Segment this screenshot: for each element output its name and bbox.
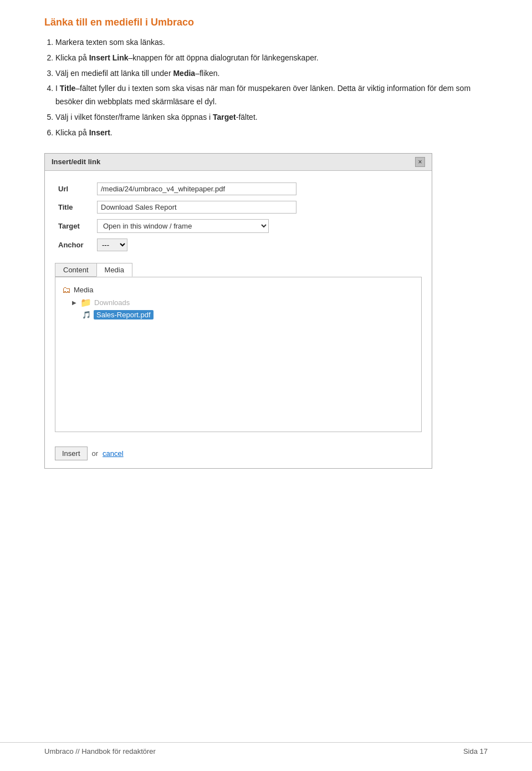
anchor-label: Anchor: [55, 236, 94, 254]
step-1: Markera texten som ska länkas.: [55, 36, 488, 49]
dialog-footer: Insert or cancel: [45, 441, 432, 468]
dialog-close-button[interactable]: ×: [415, 157, 425, 167]
dialog-header: Insert/edit link ×: [45, 154, 432, 171]
tree-item-sales-report: 🎵 Sales-Report.pdf: [62, 309, 415, 321]
tab-media[interactable]: Media: [96, 263, 132, 277]
page-footer: Umbraco // Handbok för redaktörer Sida 1…: [0, 742, 532, 760]
title-input[interactable]: [97, 201, 296, 214]
title-row: Title: [55, 198, 422, 216]
url-row: Url: [55, 180, 422, 198]
section-title: Länka till en mediefil i Umbraco: [44, 17, 488, 28]
insert-button[interactable]: Insert: [55, 447, 88, 460]
tree-item-media: 🗂 Media: [62, 284, 415, 296]
footer-or-text: or: [92, 449, 99, 458]
footer-left-text: Umbraco // Handbok för redaktörer: [44, 747, 156, 755]
folder-icon-downloads: 📁: [80, 297, 91, 308]
title-label: Title: [55, 198, 94, 216]
url-input[interactable]: [97, 182, 296, 195]
tree-label-sales-report[interactable]: Sales-Report.pdf: [94, 310, 154, 319]
tree-item-downloads: ▶ 📁 Downloads: [62, 296, 415, 309]
step-3: Välj en mediefil att länka till under Me…: [55, 67, 488, 80]
target-select-wrapper: Open in this window / frame: [97, 219, 418, 233]
link-form: Url Title Target Op: [55, 180, 422, 254]
tab-content[interactable]: Content: [55, 263, 97, 277]
tree-triangle-downloads: ▶: [72, 300, 76, 306]
footer-right-text: Sida 17: [463, 747, 488, 755]
target-label: Target: [55, 216, 94, 236]
anchor-select[interactable]: ---: [97, 239, 127, 251]
step-5: Välj i vilket fönster/frame länken ska ö…: [55, 111, 488, 124]
tree-label-media[interactable]: Media: [74, 286, 93, 294]
anchor-row: Anchor ---: [55, 236, 422, 254]
step-2: Klicka på Insert Link–knappen för att öp…: [55, 52, 488, 65]
dialog-title: Insert/edit link: [52, 158, 100, 166]
step-4: I Title–fältet fyller du i texten som sk…: [55, 82, 488, 109]
step-6: Klicka på Insert.: [55, 126, 488, 140]
anchor-select-wrapper: ---: [97, 239, 418, 251]
target-row: Target Open in this window / frame: [55, 216, 422, 236]
dialog-body: Url Title Target Op: [45, 171, 432, 441]
target-select[interactable]: Open in this window / frame: [97, 219, 269, 233]
url-label: Url: [55, 180, 94, 198]
file-tree: 🗂 Media ▶ 📁 Downloads 🎵 Sales-Report.pdf: [62, 284, 415, 321]
file-icon-sales-report: 🎵: [82, 311, 91, 319]
instructions-list: Markera texten som ska länkas. Klicka på…: [44, 36, 488, 140]
folder-icon-media: 🗂: [62, 285, 71, 295]
insert-edit-link-dialog: Insert/edit link × Url Title: [44, 153, 432, 469]
tab-content-area: 🗂 Media ▶ 📁 Downloads 🎵 Sales-Report.pdf: [55, 277, 422, 432]
cancel-link[interactable]: cancel: [103, 449, 124, 458]
tree-label-downloads[interactable]: Downloads: [94, 298, 130, 307]
tab-row: Content Media: [55, 263, 422, 277]
